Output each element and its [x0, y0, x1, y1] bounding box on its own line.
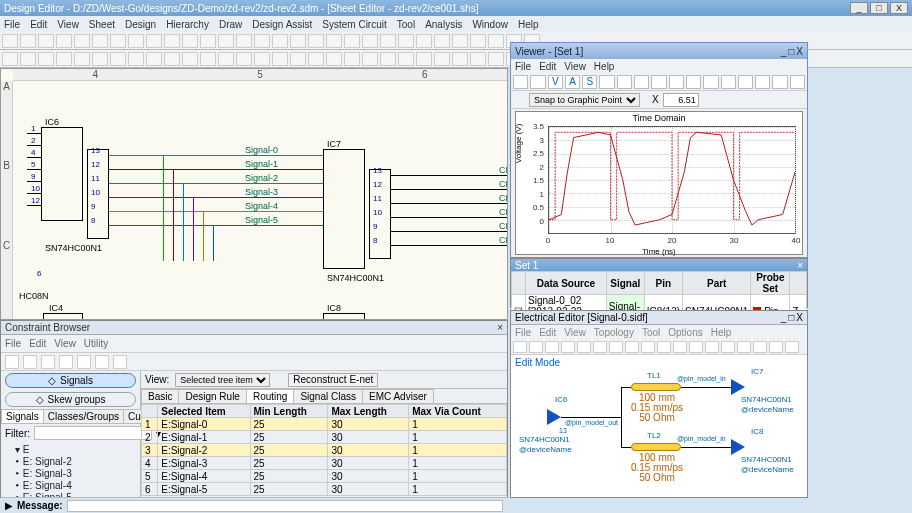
main-menubar[interactable]: FileEditViewSheetDesignHierarchyDrawDesi… [0, 16, 912, 32]
table-row[interactable]: 1E:Signal-025301 [142, 418, 507, 431]
toolbar-button[interactable] [164, 34, 180, 48]
signals-pill[interactable]: ◇Signals [5, 373, 136, 388]
cb-routing-table[interactable]: Selected ItemMin LengthMax LengthMax Via… [141, 404, 507, 497]
toolbar-button[interactable] [416, 34, 432, 48]
toolbar-button[interactable] [254, 52, 270, 66]
toolbar-button[interactable] [434, 52, 450, 66]
toolbar-button[interactable] [200, 52, 216, 66]
toolbar-button[interactable] [470, 52, 486, 66]
cb-menubar[interactable]: FileEditViewUtility [1, 335, 507, 353]
table-row[interactable]: 2E:Signal-125301 [142, 431, 507, 444]
toolbar-button[interactable] [362, 52, 378, 66]
toolbar-button[interactable] [110, 34, 126, 48]
menu-design assist[interactable]: Design Assist [252, 19, 312, 30]
schematic-canvas[interactable]: IC6 124591012 1312111098 SN74HC00N1 Sign… [13, 81, 507, 319]
menu-draw[interactable]: Draw [219, 19, 242, 30]
toolbar-button[interactable] [74, 52, 90, 66]
toolbar-button[interactable] [326, 34, 342, 48]
toolbar-button[interactable] [128, 52, 144, 66]
toolbar-button[interactable] [380, 34, 396, 48]
toolbar-button[interactable] [344, 34, 360, 48]
toolbar-button[interactable] [416, 52, 432, 66]
ic6-body[interactable] [41, 127, 83, 221]
menu-help[interactable]: Help [518, 19, 539, 30]
close-button[interactable]: X [890, 2, 908, 14]
ee-min-button[interactable]: _ [781, 312, 787, 323]
toolbar-button[interactable] [308, 52, 324, 66]
reconstruct-enet-button[interactable]: Reconstruct E-net [288, 373, 378, 387]
toolbar-button[interactable] [488, 52, 504, 66]
cb-toolbar[interactable] [1, 353, 507, 371]
toolbar-button[interactable] [326, 52, 342, 66]
viewer-toolbar-1[interactable]: VAS [511, 73, 807, 91]
viewer-max-button[interactable]: □ [788, 46, 794, 57]
ic7-receiver-icon[interactable] [731, 379, 745, 395]
cb-close-icon[interactable]: × [497, 322, 503, 333]
toolbar-button[interactable] [452, 34, 468, 48]
toolbar-button[interactable] [110, 52, 126, 66]
viewer-toolbar-2[interactable]: Snap to Graphic Point X [511, 91, 807, 109]
cb-right-tabs[interactable]: BasicDesign RuleRoutingSignal ClassEMC A… [141, 389, 507, 404]
cb-message-input[interactable] [67, 500, 503, 512]
toolbar-button[interactable] [452, 52, 468, 66]
ee-close-button[interactable]: X [796, 312, 803, 323]
toolbar-button[interactable] [200, 34, 216, 48]
toolbar-button[interactable] [182, 34, 198, 48]
ic8-receiver-icon[interactable] [731, 439, 745, 455]
viewer-close-button[interactable]: X [796, 46, 803, 57]
toolbar-button[interactable] [488, 34, 504, 48]
ee-max-button[interactable]: □ [788, 312, 794, 323]
menu-design[interactable]: Design [125, 19, 156, 30]
toolbar-button[interactable] [20, 34, 36, 48]
snap-select[interactable]: Snap to Graphic Point [529, 93, 640, 107]
toolbar-button[interactable] [2, 34, 18, 48]
menu-file[interactable]: File [4, 19, 20, 30]
viewer-min-button[interactable]: _ [781, 46, 787, 57]
toolbar-button[interactable] [290, 52, 306, 66]
ic7-body[interactable] [323, 149, 365, 269]
toolbar-button[interactable] [236, 34, 252, 48]
set-panel-close-icon[interactable]: × [797, 260, 803, 271]
toolbar-button[interactable] [344, 52, 360, 66]
toolbar-button[interactable] [38, 34, 54, 48]
toolbar-button[interactable] [182, 52, 198, 66]
toolbar-button[interactable] [38, 52, 54, 66]
table-row[interactable]: 4E:Signal-325301 [142, 457, 507, 470]
toolbar-button[interactable] [164, 52, 180, 66]
ic6-driver-icon[interactable] [547, 409, 561, 425]
toolbar-button[interactable] [218, 34, 234, 48]
cb-filter-input[interactable] [34, 426, 152, 440]
cb-view-select[interactable]: Selected tree item [175, 373, 270, 387]
toolbar-button[interactable] [2, 52, 18, 66]
ee-toolbar[interactable] [511, 339, 807, 355]
tl1-box[interactable] [631, 383, 681, 391]
toolbar-button[interactable] [398, 34, 414, 48]
menu-view[interactable]: View [57, 19, 79, 30]
toolbar-button[interactable] [254, 34, 270, 48]
toolbar-button[interactable] [236, 52, 252, 66]
viewer-x-input[interactable] [663, 93, 699, 107]
toolbar-button[interactable] [56, 52, 72, 66]
toolbar-button[interactable] [20, 52, 36, 66]
menu-analysis[interactable]: Analysis [425, 19, 462, 30]
viewer-chart[interactable]: Time Domain 00.511.522.533.5 Voltage (V)… [515, 111, 803, 255]
toolbar-button[interactable] [74, 34, 90, 48]
toolbar-button[interactable] [398, 52, 414, 66]
viewer-menubar[interactable]: FileEditViewHelp [511, 59, 807, 73]
toolbar-button[interactable] [308, 34, 324, 48]
tl2-box[interactable] [631, 443, 681, 451]
toolbar-button[interactable] [470, 34, 486, 48]
cb-signal-tree[interactable]: ▾ E🞄 E: Signal-2🞄 E: Signal-3🞄 E: Signal… [1, 442, 140, 497]
toolbar-button[interactable] [272, 52, 288, 66]
menu-tool[interactable]: Tool [397, 19, 415, 30]
toolbar-button[interactable] [92, 34, 108, 48]
menu-edit[interactable]: Edit [30, 19, 47, 30]
menu-hierarchy[interactable]: Hierarchy [166, 19, 209, 30]
menu-sheet[interactable]: Sheet [89, 19, 115, 30]
ee-canvas[interactable]: Edit Mode IC6 @pin_model_out 13 SN74HC00… [511, 355, 807, 497]
toolbar-button[interactable] [272, 34, 288, 48]
toolbar-button[interactable] [146, 52, 162, 66]
table-row[interactable]: 6E:Signal-525301 [142, 483, 507, 496]
menu-window[interactable]: Window [472, 19, 508, 30]
skew-groups-pill[interactable]: ◇Skew groups [5, 392, 136, 407]
